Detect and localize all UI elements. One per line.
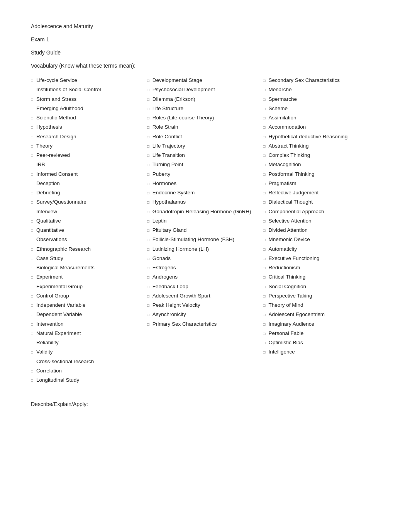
bullet-icon: □ xyxy=(263,199,265,205)
bullet-icon: □ xyxy=(263,321,265,327)
list-item: □Intelligence xyxy=(263,348,375,356)
list-item: □Reductionism xyxy=(263,264,375,272)
vocab-term: Psychosocial Development xyxy=(152,86,215,93)
describe-section: Describe/Explain/Apply: xyxy=(31,401,379,407)
vocab-term: Postformal Thinking xyxy=(268,170,314,178)
list-item: □Turning Point xyxy=(147,161,259,168)
list-item: □Cross-sectional research xyxy=(31,358,143,365)
vocab-term: Life Transition xyxy=(152,151,185,159)
vocab-term: Divided Attention xyxy=(268,226,307,234)
bullet-icon: □ xyxy=(147,246,149,252)
list-item: □Spermarche xyxy=(263,95,375,103)
bullet-icon: □ xyxy=(31,124,33,130)
list-item: □Menarche xyxy=(263,86,375,93)
vocab-term: Hormones xyxy=(152,180,176,187)
list-item: □Follicle-Stimulating Hormone (FSH) xyxy=(147,236,259,243)
list-item: □Automaticity xyxy=(263,245,375,253)
list-item: □Mnemonic Device xyxy=(263,236,375,243)
bullet-icon: □ xyxy=(31,377,33,383)
vocab-term: Role Strain xyxy=(152,123,178,131)
list-item: □Case Study xyxy=(31,255,143,262)
vocab-term: Interview xyxy=(36,208,57,216)
bullet-icon: □ xyxy=(31,349,33,355)
vocab-term: Puberty xyxy=(152,170,171,178)
list-item: □Control Group xyxy=(31,292,143,300)
vocab-term: Biological Measurements xyxy=(36,264,95,272)
vocab-term: Estrogens xyxy=(152,264,176,272)
bullet-icon: □ xyxy=(263,349,265,355)
bullet-icon: □ xyxy=(147,106,149,112)
list-item: □Experiment xyxy=(31,273,143,281)
bullet-icon: □ xyxy=(263,106,265,112)
bullet-icon: □ xyxy=(31,162,33,168)
bullet-icon: □ xyxy=(31,199,33,205)
list-item: □Psychosocial Development xyxy=(147,86,259,93)
bullet-icon: □ xyxy=(147,284,149,290)
list-item: □Selective Attention xyxy=(263,217,375,225)
vocab-term: Pragmatism xyxy=(268,180,296,187)
bullet-icon: □ xyxy=(147,218,149,224)
bullet-icon: □ xyxy=(31,106,33,112)
vocab-term: Longitudinal Study xyxy=(36,376,79,384)
bullet-icon: □ xyxy=(31,153,33,158)
list-item: □Reliability xyxy=(31,339,143,347)
list-item: □Dialectical Thought xyxy=(263,198,375,206)
list-item: □Perspective Taking xyxy=(263,292,375,300)
list-item: □Leptin xyxy=(147,217,259,225)
vocab-term: Optimistic Bias xyxy=(268,339,303,347)
list-item: □Independent Variable xyxy=(31,301,143,309)
bullet-icon: □ xyxy=(147,87,149,93)
vocab-term: Menarche xyxy=(268,86,291,93)
list-item: □Critical Thinking xyxy=(263,273,375,281)
list-item: □Hypothesis xyxy=(31,123,143,131)
vocab-term: Spermarche xyxy=(268,95,297,103)
bullet-icon: □ xyxy=(263,78,265,83)
bullet-icon: □ xyxy=(31,181,33,187)
list-item: □Correlation xyxy=(31,367,143,375)
vocab-term: Feedback Loop xyxy=(152,283,188,291)
vocab-term: Experiment xyxy=(36,273,63,281)
list-item: □Natural Experiment xyxy=(31,330,143,337)
list-item: □Optimistic Bias xyxy=(263,339,375,347)
bullet-icon: □ xyxy=(31,237,33,243)
vocab-term: Imaginary Audience xyxy=(268,320,314,328)
vocab-term: Qualitative xyxy=(36,217,61,225)
list-item: □Role Conflict xyxy=(147,133,259,141)
vocab-term: Scientific Method xyxy=(36,114,76,122)
list-item: □Puberty xyxy=(147,170,259,178)
bullet-icon: □ xyxy=(263,97,265,102)
vocab-term: Independent Variable xyxy=(36,301,85,309)
vocab-term: Control Group xyxy=(36,292,69,300)
vocab-term: Gonadotropin-Releasing Hormone (GnRH) xyxy=(152,208,251,216)
list-item: □Dependent Variable xyxy=(31,311,143,318)
bullet-icon: □ xyxy=(263,143,265,149)
bullet-icon: □ xyxy=(147,228,149,233)
bullet-icon: □ xyxy=(31,293,33,299)
bullet-icon: □ xyxy=(263,181,265,187)
list-item: □Componential Approach xyxy=(263,208,375,216)
vocab-term: Primary Sex Characteristics xyxy=(152,320,217,328)
bullet-icon: □ xyxy=(263,115,265,121)
vocab-term: Perspective Taking xyxy=(268,292,312,300)
bullet-icon: □ xyxy=(31,87,33,93)
vocab-term: Complex Thinking xyxy=(268,151,310,159)
bullet-icon: □ xyxy=(31,256,33,262)
list-item: □Deception xyxy=(31,180,143,187)
vocab-term: Reliability xyxy=(36,339,59,347)
bullet-icon: □ xyxy=(147,172,149,177)
bullet-icon: □ xyxy=(31,265,33,271)
bullet-icon: □ xyxy=(263,265,265,271)
vocab-term: Hypothetical-deductive Reasoning xyxy=(268,133,347,141)
vocab-term: Theory of Mind xyxy=(268,301,303,309)
vocab-col-1: □Life-cycle Service□Institutions of Soci… xyxy=(31,76,147,386)
vocab-term: Leptin xyxy=(152,217,167,225)
list-item: □Developmental Stage xyxy=(147,76,259,84)
list-item: □Emerging Adulthood xyxy=(31,105,143,112)
bullet-icon: □ xyxy=(147,162,149,168)
bullet-icon: □ xyxy=(31,97,33,102)
bullet-icon: □ xyxy=(31,284,33,290)
bullet-icon: □ xyxy=(263,312,265,318)
vocab-term: Adolescent Growth Spurt xyxy=(152,292,210,300)
vocab-term: Validity xyxy=(36,348,53,356)
vocab-term: Reductionism xyxy=(268,264,300,272)
